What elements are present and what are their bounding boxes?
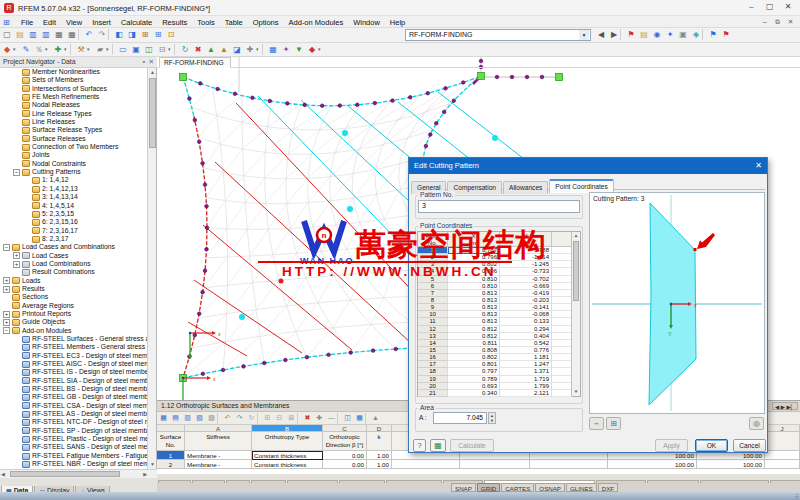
tree-item-rf-steel-sia-design-of-steel-members-acc[interactable]: RF-STEEL SIA - Design of steel members a… xyxy=(0,377,147,385)
toolbar-icon[interactable]: ▭ xyxy=(117,44,129,55)
table-cell[interactable]: Constant thickness xyxy=(252,460,323,469)
tree-item-line-releases[interactable]: Line Releases xyxy=(0,118,147,126)
status-toggle-osnap[interactable]: OSNAP xyxy=(535,483,565,492)
toolbar-icon[interactable]: ― xyxy=(326,413,337,423)
point-row[interactable]: 210.3402.121 xyxy=(418,390,580,397)
point-no-cell[interactable]: 13 xyxy=(418,333,448,340)
tree-item-guide-objects[interactable]: +Guide Objects xyxy=(0,318,147,326)
menu-edit[interactable]: Edit xyxy=(38,18,61,27)
toolbar-icon[interactable]: ◀ xyxy=(595,29,607,40)
table-cell[interactable]: Constant thickness xyxy=(252,451,323,460)
table-cell[interactable]: 1.00 xyxy=(367,460,392,469)
tree-item-nodal-constraints[interactable]: Nodal Constraints xyxy=(0,160,147,168)
point-no-cell[interactable]: 4 xyxy=(418,268,448,275)
tree-item-rf-steel-as-design-of-steel-members-acc[interactable]: RF-STEEL AS - Design of steel members ac… xyxy=(0,410,147,418)
toolbar-icon[interactable]: ▼ xyxy=(293,44,305,55)
dialog-close-icon[interactable]: ✕ xyxy=(755,161,762,170)
area-spinner[interactable]: ▲▼ xyxy=(488,412,496,424)
toolbar-icon[interactable]: ✖ xyxy=(302,413,313,423)
menu-insert[interactable]: Insert xyxy=(87,18,116,27)
resize-grip[interactable]: ⠿ xyxy=(795,493,799,500)
chevron-down-icon[interactable]: ▾ xyxy=(13,43,19,55)
tree-item-rf-steel-members-general-stress-analysis[interactable]: RF-STEEL Members - General stress analys… xyxy=(0,343,147,351)
navigator-vertical-scrollbar[interactable]: ▲▼ xyxy=(147,68,156,469)
toolbar-icon[interactable]: ◆ xyxy=(1,44,13,55)
point-row[interactable]: 40.806-0.733 xyxy=(418,268,580,275)
tree-item-7-2-3-16-17[interactable]: 7: 2,3,16,17 xyxy=(0,227,147,235)
tree-item-sections[interactable]: Sections xyxy=(0,293,147,301)
point-x-cell[interactable]: 0.813 xyxy=(448,304,500,311)
toolbar-icon[interactable]: ↻ xyxy=(246,413,257,423)
point-y-cell[interactable]: -1.245 xyxy=(500,261,552,268)
navigator-horizontal-scrollbar[interactable]: ◀▶ xyxy=(0,469,157,478)
toolbar-icon[interactable]: ◉ xyxy=(651,29,663,40)
preview-newwindow-icon[interactable]: ⊞ xyxy=(606,417,621,430)
toolbar-icon[interactable]: ✖ xyxy=(192,44,204,55)
tree-item-rf-steel-nbr-design-of-steel-members-ac[interactable]: RF-STEEL NBR - Design of steel members a… xyxy=(0,460,147,468)
toolbar-icon[interactable]: ◨ xyxy=(126,29,138,40)
menu-help[interactable]: Help xyxy=(385,18,410,27)
point-x-cell[interactable]: 0.797 xyxy=(448,368,500,375)
toolbar-icon[interactable]: ▧ xyxy=(194,413,205,423)
tree-item-joints[interactable]: Joints xyxy=(0,151,147,159)
ok-button[interactable]: OK xyxy=(695,439,728,452)
menu-calculate[interactable]: Calculate xyxy=(116,18,157,27)
toolbar-icon[interactable]: ▦ xyxy=(158,413,169,423)
toolbar-icon[interactable]: ▣ xyxy=(677,29,689,40)
table-cell[interactable] xyxy=(765,460,800,469)
tree-item-rf-steel-gb-design-of-steel-members-acco[interactable]: RF-STEEL GB - Design of steel members ac… xyxy=(0,393,147,401)
point-row[interactable]: 50.810-0.702 xyxy=(418,276,580,283)
toolbar-icon[interactable]: ◧ xyxy=(113,29,125,40)
table-cell[interactable] xyxy=(460,460,530,469)
point-y-cell[interactable]: -0.669 xyxy=(500,283,552,290)
toolbar-icon[interactable]: ⚑ xyxy=(707,29,719,40)
tree-item-4-1-4-5-14[interactable]: 4: 1,4,5,14 xyxy=(0,202,147,210)
menu-options[interactable]: Options xyxy=(248,18,284,27)
menu-add-on-modules[interactable]: Add-on Modules xyxy=(284,18,349,27)
chevron-down-icon[interactable]: ▼ xyxy=(579,30,589,40)
toolbar-icon[interactable]: ▢ xyxy=(1,29,13,40)
point-row[interactable]: 30.802-1.245 xyxy=(418,261,580,268)
point-row[interactable]: 200.6931.799 xyxy=(418,383,580,390)
tree-item-average-regions[interactable]: Average Regions xyxy=(0,302,147,310)
tree-item-surface-releases[interactable]: Surface Releases xyxy=(0,135,147,143)
table-row[interactable]: 2Membrane - OrthotropicConstant thicknes… xyxy=(157,460,800,469)
status-toggle-snap[interactable]: SNAP xyxy=(451,483,476,492)
point-row[interactable]: 100.813-0.068 xyxy=(418,311,580,318)
toolbar-icon[interactable]: ⊞ xyxy=(152,29,164,40)
toolbar-icon[interactable]: ⊡ xyxy=(165,29,177,40)
point-x-cell[interactable]: 0.801 xyxy=(448,361,500,368)
tree-item-rf-steel-is-design-of-steel-members-accor[interactable]: RF-STEEL IS - Design of steel members ac… xyxy=(0,368,147,376)
viewport-model-tab[interactable]: RF-FORM-FINDING xyxy=(159,57,231,68)
point-no-cell[interactable]: 2 xyxy=(418,254,448,261)
point-no-cell[interactable]: 1 xyxy=(418,247,448,254)
mdi-close-button[interactable]: ✕ xyxy=(785,18,796,26)
tree-item-6-2-3-15-16[interactable]: 6: 2,3,15,16 xyxy=(0,218,147,226)
pin-icon[interactable]: ▪ xyxy=(143,58,145,65)
table-tab-nav-buttons[interactable]: ◀ ▶ ▶▏ xyxy=(772,402,798,410)
toolbar-icon[interactable]: ◫ xyxy=(342,413,353,423)
point-y-cell[interactable]: -0.141 xyxy=(500,304,552,311)
window-maximize-button[interactable]: ▢ xyxy=(762,2,778,11)
point-no-cell[interactable]: 12 xyxy=(418,326,448,333)
toolbar-icon[interactable]: ✦ xyxy=(280,44,292,55)
point-y-cell[interactable]: 1.719 xyxy=(500,376,552,383)
tree-item-result-combinations[interactable]: Result Combinations xyxy=(0,268,147,276)
tree-item-nodal-releases[interactable]: Nodal Releases xyxy=(0,101,147,109)
point-no-cell[interactable]: 3 xyxy=(418,261,448,268)
status-toggle-glines[interactable]: GLINES xyxy=(566,483,597,492)
tree-item-results[interactable]: +Results xyxy=(0,285,147,293)
table-cell[interactable]: 100.00 xyxy=(697,460,765,469)
tree-item-rf-steel-ntc-df-design-of-steel-member[interactable]: RF-STEEL NTC-DF - Design of steel member xyxy=(0,418,147,426)
point-x-cell[interactable]: 0.812 xyxy=(448,326,500,333)
point-no-cell[interactable]: 16 xyxy=(418,354,448,361)
toolbar-icon[interactable]: ◈ xyxy=(690,29,702,40)
table-cell[interactable] xyxy=(392,460,460,469)
tree-item-rf-steel-sans-design-of-steel-members-a[interactable]: RF-STEEL SANS - Design of steel members … xyxy=(0,443,147,451)
point-row[interactable]: 150.8080.776 xyxy=(418,347,580,354)
dialog-tab-allowances[interactable]: Allowances xyxy=(503,181,548,194)
table-cell[interactable]: 1 xyxy=(157,451,185,460)
menu-window[interactable]: Window xyxy=(348,18,385,27)
point-no-cell[interactable]: 11 xyxy=(418,318,448,325)
point-row[interactable]: 90.813-0.141 xyxy=(418,304,580,311)
